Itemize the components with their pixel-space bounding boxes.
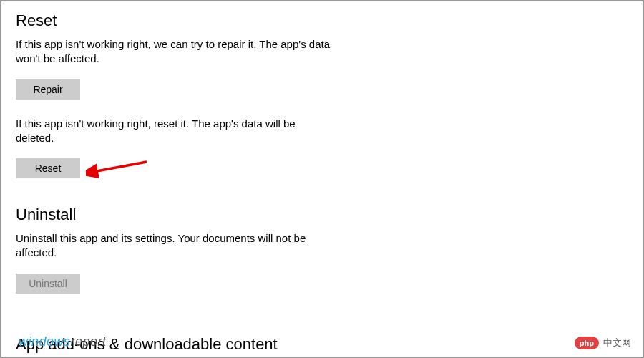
reset-button[interactable]: Reset <box>16 158 80 178</box>
uninstall-heading: Uninstall <box>16 205 628 224</box>
php-site-text: 中文网 <box>603 337 631 349</box>
uninstall-button: Uninstall <box>16 274 80 294</box>
watermark-wr-part2: report <box>71 334 107 349</box>
watermark-wr-part1: windows <box>19 334 71 349</box>
watermark-windowsreport: windowsreport <box>19 334 107 349</box>
reset-heading: Reset <box>16 11 628 30</box>
app-settings-panel: Reset If this app isn't working right, w… <box>1 1 643 311</box>
php-badge-icon: php <box>575 337 599 349</box>
repair-description: If this app isn't working right, we can … <box>16 37 331 67</box>
uninstall-description: Uninstall this app and its settings. You… <box>16 231 331 261</box>
repair-button[interactable]: Repair <box>16 79 80 100</box>
reset-description: If this app isn't working right, reset i… <box>16 117 331 146</box>
watermark-php: php 中文网 <box>575 337 631 349</box>
